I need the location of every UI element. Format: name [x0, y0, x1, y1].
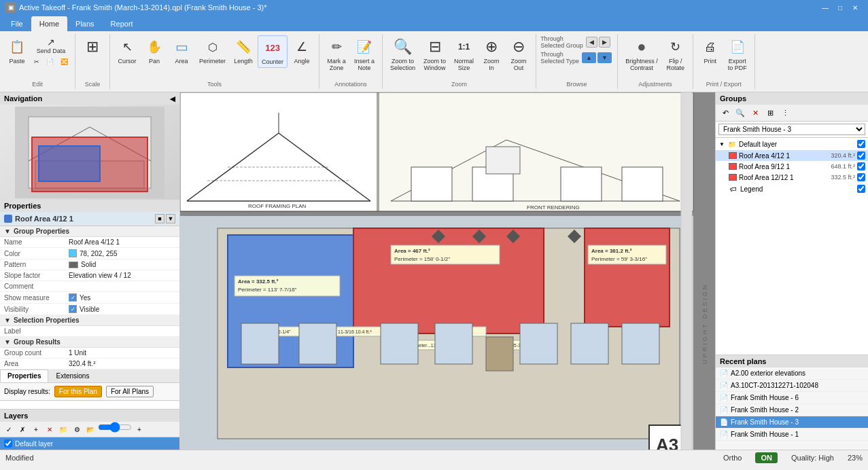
length-button[interactable]: 📏 Length	[230, 35, 256, 67]
brightness-button[interactable]: ● Brightness /Contrast	[622, 35, 661, 73]
tab-home[interactable]: Home	[31, 16, 67, 31]
legend-checkbox[interactable]	[857, 185, 865, 193]
print-button[interactable]: 🖨 Print	[697, 35, 723, 67]
tree-item-legend[interactable]: 🏷 Legend	[716, 183, 868, 195]
angle-button[interactable]: ∠ Angle	[289, 35, 315, 67]
close-button[interactable]: ✕	[848, 0, 863, 15]
display-this-plan-button[interactable]: For this Plan	[54, 386, 102, 397]
groups-expand-button[interactable]: ⊞	[763, 106, 777, 120]
area-button[interactable]: ▭ Area	[169, 35, 194, 67]
groups-search-button[interactable]: 🔍	[733, 106, 747, 120]
zoom-out-button[interactable]: ⊖ ZoomOut	[506, 35, 532, 73]
groups-back-button[interactable]: ↶	[718, 106, 732, 120]
recent-plan-fsh1[interactable]: 📄 Frank Smith House - 1	[716, 429, 868, 441]
groups-delete-button[interactable]: ✕	[748, 106, 762, 120]
perimeter-button[interactable]: ⬡ Perimeter	[196, 35, 229, 67]
plan-fsh2-icon: 📄	[720, 406, 728, 414]
type-down-button[interactable]: ▼	[597, 52, 612, 63]
type-up-button[interactable]: ▲	[582, 52, 596, 63]
cursor-icon: ↖	[118, 37, 137, 56]
tree-item-roof-4-12[interactable]: Roof Area 4/12 1 320.4 ft.²	[716, 150, 868, 161]
visibility-checkbox[interactable]: ✓	[69, 305, 77, 313]
navigation-collapse-button[interactable]: ◀	[170, 95, 175, 103]
format-icon: 🔀	[60, 58, 68, 65]
ribbon-group-print-export: 🖨 Print 📄 Exportto PDF Print / Export	[693, 34, 755, 89]
tree-item-roof-9-12[interactable]: Roof Area 9/12 1 648.1 ft.²	[716, 161, 868, 172]
layers-settings-button[interactable]: ⚙	[71, 423, 83, 435]
expand-icon-default[interactable]: ▼	[718, 141, 725, 147]
selection-properties-section[interactable]: ▼ Selection Properties	[0, 315, 179, 326]
recent-plan-fsh3[interactable]: 📄 Frank Smith House - 3	[716, 416, 868, 429]
recent-plan-fsh2[interactable]: 📄 Frank Smith House - 2	[716, 404, 868, 416]
tab-extensions[interactable]: Extensions	[48, 369, 97, 382]
mark-zone-button[interactable]: ✏ Mark aZone	[324, 35, 349, 73]
export-pdf-button[interactable]: 📄 Exportto PDF	[725, 35, 750, 73]
layers-uncheck-button[interactable]: ✗	[16, 423, 29, 435]
prop-show-measure-row: Show measure ✓ Yes	[0, 292, 179, 304]
counter-icon: 123	[263, 38, 282, 57]
layers-add-button[interactable]: +	[30, 423, 42, 435]
canvas-svg[interactable]: ROOF FRAMING PLAN FRONT RENDERING	[180, 92, 715, 450]
maximize-button[interactable]: □	[833, 0, 848, 15]
tree-item-default-layer[interactable]: ▼ 📁 Default layer	[716, 138, 868, 150]
display-all-plans-button[interactable]: For All Plans	[106, 386, 154, 397]
browse-next-button[interactable]: ▶	[599, 37, 610, 48]
paste-button[interactable]: 📋 Paste	[4, 35, 30, 67]
send-data-button[interactable]: ↗ Send Data	[31, 35, 71, 56]
props-expand-button[interactable]: ▼	[166, 214, 175, 223]
insert-note-button[interactable]: 📝 Insert aNote	[351, 35, 378, 73]
layers-folder-button[interactable]: 📁	[57, 423, 69, 435]
roof-4-12-checkbox[interactable]	[857, 151, 865, 160]
layers-delete-button[interactable]: ✕	[44, 423, 56, 435]
layers-more-button[interactable]: 📂	[84, 423, 97, 435]
zoom-in-button[interactable]: ⊕ ZoomIn	[479, 35, 504, 73]
recent-plan-a3[interactable]: 📄 A3.10CT-201312271-102048	[716, 380, 868, 392]
groups-more-button[interactable]: ⋮	[778, 106, 792, 120]
layer-default[interactable]: Default layer	[0, 437, 179, 450]
tab-plans[interactable]: Plans	[67, 16, 103, 31]
group-results-section[interactable]: ▼ Group Results	[0, 337, 179, 348]
recent-plan-a2[interactable]: 📄 A2.00 exterior elevations	[716, 367, 868, 380]
default-layer-checkbox[interactable]	[857, 140, 865, 148]
counter-button[interactable]: 123 Counter	[258, 35, 288, 68]
tab-report[interactable]: Report	[103, 16, 141, 31]
roof-12-12-checkbox[interactable]	[857, 173, 865, 181]
pan-button[interactable]: ✋ Pan	[141, 35, 167, 67]
tab-file[interactable]: File	[3, 16, 31, 31]
layer-opacity-slider[interactable]	[98, 423, 132, 431]
zoom-window-button[interactable]: ⊟ Zoom toWindow	[420, 35, 449, 73]
props-color-button[interactable]: ■	[155, 214, 164, 223]
svg-rect-9	[180, 92, 377, 211]
layer-visibility-checkbox[interactable]	[4, 439, 12, 448]
roof-9-12-checkbox[interactable]	[857, 162, 865, 170]
layers-add2-button[interactable]: +	[133, 423, 145, 435]
title-bar-controls[interactable]: — □ ✕	[818, 0, 863, 15]
tools-label: Tools	[207, 79, 222, 88]
ortho-toggle-button[interactable]: ON	[755, 452, 778, 463]
cursor-button[interactable]: ↖ Cursor	[114, 35, 140, 67]
group-properties-section[interactable]: ▼ Group Properties	[0, 226, 179, 237]
ribbon-group-zoom: 🔍 Zoom toSelection ⊟ Zoom toWindow 1:1 N…	[383, 34, 536, 89]
minimize-button[interactable]: —	[818, 0, 833, 15]
canvas-area[interactable]: ROOF FRAMING PLAN FRONT RENDERING	[180, 92, 715, 450]
tab-properties[interactable]: Properties	[0, 369, 48, 382]
layers-check-button[interactable]: ✓	[3, 423, 15, 435]
zoom-selection-button[interactable]: 🔍 Zoom toSelection	[387, 35, 419, 73]
color-swatch	[69, 249, 77, 257]
navigation-thumbnail[interactable]	[0, 105, 179, 200]
scale-button[interactable]: ⊞	[80, 35, 105, 60]
format-button[interactable]: 🔀	[58, 57, 71, 67]
groups-dropdown[interactable]: Frank Smith House - 3	[718, 124, 865, 135]
ribbon: 📋 Paste ↗ Send Data ✂ 📄 🔀 Edit ⊞	[0, 31, 868, 92]
flip-rotate-button[interactable]: ↻ Flip /Rotate	[663, 35, 689, 73]
cut-icon: ✂	[34, 58, 39, 65]
copy-button[interactable]: 📄	[44, 57, 56, 67]
legend-icon: 🏷	[729, 184, 738, 194]
browse-prev-button[interactable]: ◀	[586, 37, 597, 48]
cut-button[interactable]: ✂	[31, 57, 42, 67]
normal-size-button[interactable]: 1:1 NormalSize	[451, 35, 477, 73]
color-label: Color	[4, 250, 69, 257]
recent-plan-fsh6[interactable]: 📄 Frank Smith House - 6	[716, 392, 868, 404]
tree-item-roof-12-12[interactable]: Roof Area 12/12 1 332.5 ft.²	[716, 172, 868, 183]
show-measure-checkbox[interactable]: ✓	[69, 293, 77, 302]
